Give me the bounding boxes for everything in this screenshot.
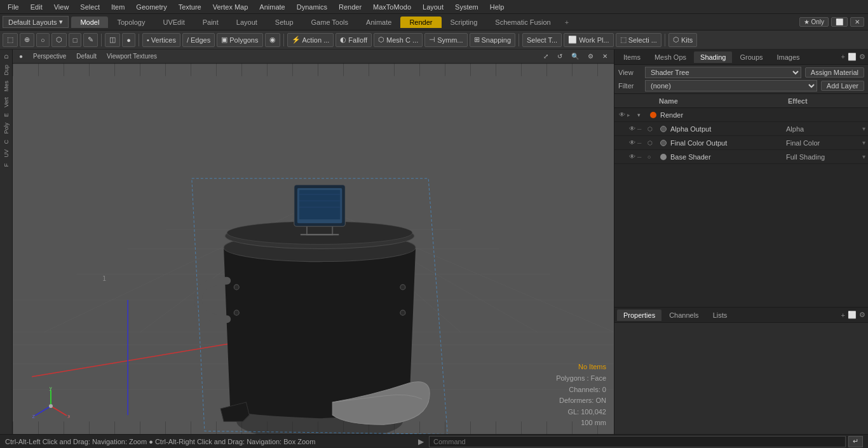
tab-images[interactable]: Images [771,51,806,63]
material-mode-button[interactable]: ◉ [265,33,280,47]
tree-row-alpha[interactable]: 👁 ─ ⬡ Alpha Output Alpha ▾ [614,122,868,136]
tab-setup[interactable]: Setup [266,17,302,28]
viewport-close-button[interactable]: ✕ [600,52,610,60]
edges-button[interactable]: /Edges [182,33,215,47]
viewport-canvas[interactable]: 1 x z y No Items Polygons : Face Channel [13,64,614,434]
add-prop-tab-button[interactable]: + [841,311,845,319]
visibility-icon-color[interactable]: 👁 [627,138,637,148]
tool-pen[interactable]: ✎ [83,33,98,47]
filter-select[interactable]: (none) [645,80,817,92]
tab-render[interactable]: Render [400,17,441,28]
visibility-icon-render[interactable]: 👁 [617,110,627,120]
tool-poly[interactable]: ⬡ [51,33,67,47]
menu-view[interactable]: View [49,2,74,12]
view-select[interactable]: Shader Tree [645,67,801,78]
viewport-settings-button[interactable]: ⚙ [585,52,596,60]
vertices-button[interactable]: •Vertices [142,33,180,47]
tab-animate[interactable]: Animate [357,17,400,28]
maximize-button[interactable]: ⬜ [831,17,848,27]
menu-layout[interactable]: Layout [417,2,449,12]
add-tab-button[interactable]: + [560,17,574,28]
tab-schematic-fusion[interactable]: Schematic Fusion [486,17,559,28]
menu-geometry[interactable]: Geometry [131,2,172,12]
visibility-icon-base[interactable]: 👁 [627,152,637,162]
layout-dropdown[interactable]: Default Layouts ▾ [3,16,69,28]
sidebar-item-c[interactable]: C [2,137,11,147]
menu-texture[interactable]: Texture [173,2,207,12]
viewport-default-button[interactable]: Default [74,52,99,60]
tab-items[interactable]: Items [617,51,647,63]
tab-paint[interactable]: Paint [194,17,227,28]
row-arrow-color[interactable]: ▾ [862,139,865,146]
sidebar-item-f[interactable]: F [2,161,11,170]
row-arrow-base[interactable]: ▾ [862,153,865,160]
tree-row-final-color[interactable]: 👁 ─ ⬡ Final Color Output Final Color ▾ [614,136,868,150]
tab-scripting[interactable]: Scripting [442,17,487,28]
add-panel-tab-button[interactable]: + [841,53,845,61]
sidebar-item-uv[interactable]: UV [2,147,11,160]
tab-uvedit[interactable]: UVEdit [154,17,193,28]
prop-settings-button[interactable]: ⚙ [859,311,865,319]
viewport[interactable]: ● Perspective Default Viewport Textures … [13,50,614,434]
tab-groups[interactable]: Groups [733,51,769,63]
tab-channels[interactable]: Channels [663,309,705,321]
sidebar-item-poly[interactable]: Poly [2,120,11,137]
tool-select[interactable]: ⬚ [3,33,18,47]
menu-vertex-map[interactable]: Vertex Map [208,2,254,12]
close-button[interactable]: ✕ [850,17,864,27]
tab-model[interactable]: Model [71,17,108,28]
tab-lists[interactable]: Lists [707,309,734,321]
menu-file[interactable]: File [3,2,24,12]
menu-system[interactable]: System [450,2,484,12]
command-enter-button[interactable]: ↵ [848,436,863,447]
assign-material-button[interactable]: Assign Material [805,67,864,78]
tree-row-base-shader[interactable]: 👁 ─ ○ Base Shader Full Shading ▾ [614,150,868,164]
sidebar-item-mesh[interactable]: Mes [2,78,11,94]
tool-square[interactable]: ◫ [105,33,120,47]
menu-select[interactable]: Select [75,2,105,12]
visibility-icon-alpha[interactable]: 👁 [627,124,637,134]
sidebar-item-dup[interactable]: Dup [2,62,11,78]
prop-expand-button[interactable]: ⬜ [848,311,857,319]
tool-rect[interactable]: □ [69,33,82,47]
panel-settings-button[interactable]: ⚙ [859,53,865,61]
menu-item[interactable]: Item [106,2,130,12]
sidebar-item-e[interactable]: E [2,111,11,119]
menu-animate[interactable]: Animate [254,2,290,12]
panel-expand-button[interactable]: ⬜ [848,53,857,61]
select-t-button[interactable]: Select T... [522,33,562,47]
viewport-shading-button[interactable]: Viewport Textures [104,52,159,60]
tool-dot[interactable]: ● [122,33,135,47]
menu-maxtomodo[interactable]: MaxToModo [368,2,416,12]
expand-icon-render[interactable]: ▸ [627,112,637,118]
mesh-c-button[interactable]: ⬡Mesh C ... [374,33,423,47]
viewport-zoom-button[interactable]: 🔍 [569,52,581,60]
tab-topology[interactable]: Topology [108,17,154,28]
tab-layout[interactable]: Layout [227,17,266,28]
menu-edit[interactable]: Edit [25,2,48,12]
kits-button[interactable]: ⬡Kits [668,33,697,47]
only-button[interactable]: ★ Only [799,17,829,27]
command-input[interactable] [429,436,846,447]
tool-crosshair[interactable]: ⊕ [20,33,34,47]
row-arrow-alpha[interactable]: ▾ [862,125,865,132]
selecti-button[interactable]: ⬚Selecti ... [616,33,661,47]
viewport-perspective-button[interactable]: Perspective [31,52,69,60]
sidebar-item-d[interactable]: D [2,52,11,62]
viewport-fit-button[interactable]: ⤢ [541,52,551,60]
tab-mesh-ops[interactable]: Mesh Ops [648,51,693,63]
menu-dynamics[interactable]: Dynamics [292,2,332,12]
falloff-button[interactable]: ◐Falloff [336,33,372,47]
tab-shading[interactable]: Shading [694,51,732,63]
viewport-rotate-button[interactable]: ↺ [555,52,565,60]
work-pl-button[interactable]: ⬜Work Pl... [564,33,613,47]
menu-render[interactable]: Render [334,2,367,12]
polygons-button[interactable]: ▣Polygons [217,33,262,47]
tool-circle[interactable]: ○ [36,33,50,47]
tab-game-tools[interactable]: Game Tools [302,17,358,28]
snapping-button[interactable]: ⊞Snapping [470,33,516,47]
action-button[interactable]: ⚡Action ... [287,33,334,47]
add-layer-button[interactable]: Add Layer [821,81,864,91]
symm-button[interactable]: ⊣Symm... [424,33,467,47]
viewport-menu-button[interactable]: ● [17,52,25,60]
